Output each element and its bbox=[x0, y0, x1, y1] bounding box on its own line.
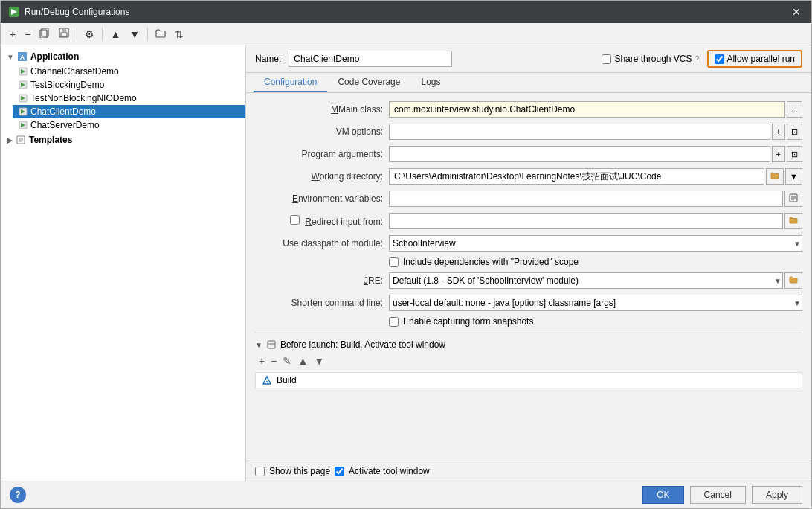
settings-button[interactable]: ⚙ bbox=[82, 27, 97, 42]
svg-marker-28 bbox=[263, 377, 271, 384]
program-args-row: Program arguments: + ⊡ bbox=[255, 145, 802, 163]
vm-options-row: VM options: + ⊡ bbox=[255, 123, 802, 141]
jre-row: JRE: Default (1.8 - SDK of 'SchoolInterv… bbox=[255, 272, 802, 289]
run-config-icon-3 bbox=[19, 94, 28, 103]
tree-item-chatserverdemo[interactable]: ChatServerDemo bbox=[13, 118, 245, 132]
include-deps-checkbox[interactable] bbox=[389, 257, 399, 267]
name-input[interactable] bbox=[289, 51, 452, 67]
allow-parallel-checkbox[interactable] bbox=[715, 54, 724, 64]
before-launch-label: Before launch: Build, Activate tool wind… bbox=[280, 339, 445, 350]
env-vars-edit-button[interactable] bbox=[784, 191, 802, 207]
show-page-checkbox[interactable] bbox=[255, 467, 265, 476]
main-class-input[interactable] bbox=[389, 101, 785, 118]
before-launch-edit-button[interactable]: ✎ bbox=[280, 354, 294, 368]
program-args-input[interactable] bbox=[389, 146, 770, 162]
close-button[interactable]: ✕ bbox=[789, 6, 804, 18]
before-launch-down-button[interactable]: ▼ bbox=[312, 354, 326, 368]
jre-browse-button[interactable] bbox=[784, 272, 802, 289]
shorten-cmd-select[interactable]: user-local default: none - java [options… bbox=[389, 295, 802, 311]
cancel-button[interactable]: Cancel bbox=[690, 486, 746, 504]
enable-snapshots-checkbox[interactable] bbox=[389, 317, 399, 327]
tab-logs[interactable]: Logs bbox=[410, 73, 451, 92]
build-item-label: Build bbox=[277, 375, 297, 385]
jre-select-wrapper: Default (1.8 - SDK of 'SchoolInterview' … bbox=[389, 272, 783, 289]
before-launch-chevron[interactable]: ▼ bbox=[255, 341, 262, 349]
dialog-footer: ? OK Cancel Apply bbox=[1, 481, 811, 508]
remove-config-button[interactable]: − bbox=[22, 27, 33, 42]
templates-label: Templates bbox=[29, 135, 72, 145]
env-vars-row: Environment variables: bbox=[255, 190, 802, 208]
share-vcs-section: Share through VCS ? bbox=[602, 54, 699, 64]
jre-select[interactable]: Default (1.8 - SDK of 'SchoolInterview' … bbox=[389, 272, 783, 289]
tree-item-channelcharsetdemo[interactable]: ChannelCharsetDemo bbox=[13, 65, 245, 78]
copy-config-button[interactable] bbox=[36, 26, 53, 42]
share-vcs-help[interactable]: ? bbox=[695, 54, 699, 63]
run-config-icon-5 bbox=[19, 121, 28, 129]
title-bar-left: Run/Debug Configurations bbox=[8, 6, 129, 18]
redirect-input-checkbox[interactable] bbox=[290, 215, 300, 225]
env-vars-input-group bbox=[389, 191, 802, 207]
run-config-icon bbox=[19, 67, 28, 76]
redirect-browse-button[interactable] bbox=[784, 213, 802, 229]
classpath-select[interactable]: SchoolInterview bbox=[389, 235, 802, 252]
program-args-expand-button[interactable]: ⊡ bbox=[787, 146, 802, 162]
build-item: Build bbox=[255, 372, 802, 388]
save-config-button[interactable] bbox=[56, 26, 72, 42]
run-config-icon-2 bbox=[19, 80, 28, 89]
ok-button[interactable]: OK bbox=[642, 486, 683, 504]
include-deps-row: Include dependencies with "Provided" sco… bbox=[389, 257, 802, 267]
templates-expand-icon: ▶ bbox=[7, 136, 13, 144]
main-class-label: MMain class: bbox=[255, 104, 389, 115]
env-vars-label: Environment variables: bbox=[255, 193, 389, 204]
dialog-buttons: OK Cancel Apply bbox=[642, 486, 802, 504]
apply-button[interactable]: Apply bbox=[752, 486, 802, 504]
tree-item-chatclientdemo[interactable]: ChatClientDemo bbox=[13, 105, 245, 118]
program-args-label: Program arguments: bbox=[255, 149, 389, 159]
vm-options-input[interactable] bbox=[389, 124, 770, 140]
svg-point-30 bbox=[266, 383, 268, 385]
right-panel: Name: Share through VCS ? Allow parallel… bbox=[246, 45, 811, 481]
svg-rect-6 bbox=[61, 33, 67, 36]
working-dir-dropdown-button[interactable]: ▼ bbox=[785, 168, 802, 185]
before-launch-remove-button[interactable]: − bbox=[268, 354, 279, 368]
working-dir-input[interactable] bbox=[389, 168, 764, 185]
enable-snapshots-row: Enable capturing form snapshots bbox=[389, 316, 802, 327]
help-button[interactable]: ? bbox=[10, 487, 26, 503]
add-config-button[interactable]: + bbox=[7, 27, 19, 42]
run-config-icon-selected bbox=[19, 107, 28, 116]
tree-item-testblockingdemo[interactable]: TestBlockingDemo bbox=[13, 78, 245, 92]
classpath-row: Use classpath of module: SchoolInterview… bbox=[255, 234, 802, 252]
move-to-folder-button[interactable] bbox=[152, 27, 169, 42]
vm-options-plus-button[interactable]: + bbox=[772, 124, 785, 140]
before-launch-section: ▼ Before launch: Build, Activate tool wi… bbox=[255, 333, 802, 388]
tree-item-label-3: TestNonBlockingNIODemo bbox=[30, 93, 137, 103]
tree-item-testnonblockingnio[interactable]: TestNonBlockingNIODemo bbox=[13, 92, 245, 105]
vm-options-expand-button[interactable]: ⊡ bbox=[787, 124, 802, 140]
shorten-cmd-label: Shorten command line: bbox=[255, 298, 389, 308]
move-up-button[interactable]: ▲ bbox=[107, 27, 123, 42]
include-deps-label: Include dependencies with "Provided" sco… bbox=[403, 257, 579, 267]
svg-text:A: A bbox=[20, 54, 25, 61]
working-dir-row: Working directory: ▼ bbox=[255, 167, 802, 185]
env-vars-input[interactable] bbox=[389, 191, 783, 207]
share-vcs-checkbox[interactable] bbox=[602, 54, 611, 64]
jre-input-group: Default (1.8 - SDK of 'SchoolInterview' … bbox=[389, 272, 802, 289]
before-launch-add-button[interactable]: + bbox=[257, 354, 267, 368]
application-group[interactable]: ▼ A Application bbox=[1, 48, 245, 65]
activate-window-checkbox[interactable] bbox=[335, 467, 344, 476]
working-dir-browse-button[interactable] bbox=[766, 168, 784, 185]
before-launch-up-button[interactable]: ▲ bbox=[295, 354, 310, 368]
tab-code-coverage[interactable]: Code Coverage bbox=[327, 73, 410, 92]
jre-folder-icon bbox=[789, 275, 798, 284]
vm-options-input-group: + ⊡ bbox=[389, 124, 802, 140]
enable-snapshots-label: Enable capturing form snapshots bbox=[403, 316, 533, 327]
tab-configuration[interactable]: Configuration bbox=[254, 73, 327, 92]
program-args-plus-button[interactable]: + bbox=[772, 146, 785, 162]
name-label: Name: bbox=[255, 54, 281, 64]
main-class-browse-button[interactable]: ... bbox=[787, 101, 802, 118]
templates-group[interactable]: ▶ Templates bbox=[1, 132, 245, 148]
redirect-input-field[interactable] bbox=[389, 213, 783, 229]
build-icon bbox=[262, 375, 272, 385]
sort-button[interactable]: ⇅ bbox=[172, 27, 187, 42]
move-down-button[interactable]: ▼ bbox=[126, 27, 143, 42]
